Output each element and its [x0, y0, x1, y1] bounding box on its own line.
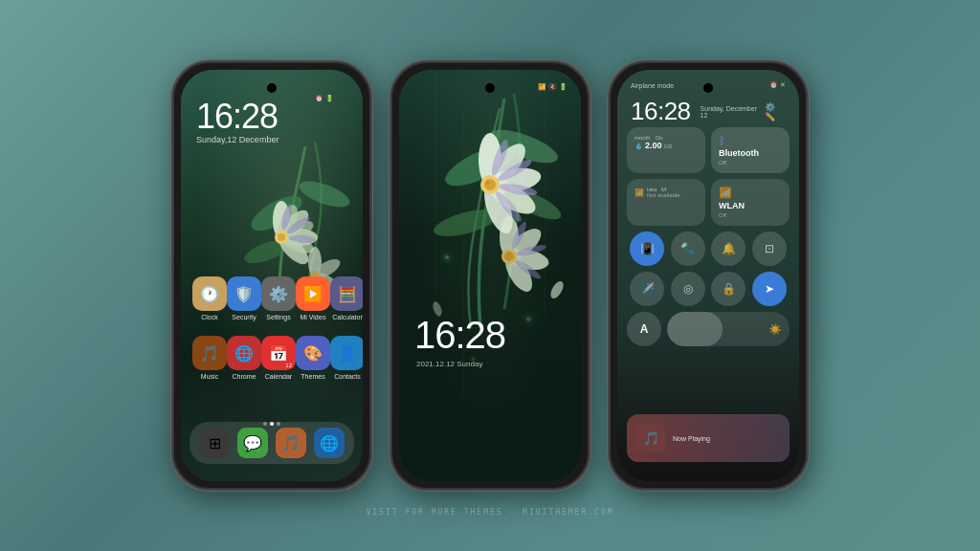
signal-icon: 📶 — [635, 188, 644, 197]
cast-button[interactable]: ⊡ — [752, 231, 787, 266]
dock-messages[interactable]: 💬 — [237, 428, 268, 458]
svg-point-44 — [548, 279, 567, 300]
ctrl-bottom-row: A ☀️ — [627, 312, 790, 346]
dock-browser[interactable]: 🌐 — [314, 428, 345, 458]
data-icon: 💧 — [635, 143, 643, 150]
lock-button[interactable]: 🔒 — [711, 272, 746, 306]
lock-date: 2021.12.12 Sunday — [416, 360, 482, 368]
ctrl-buttons-row-1: 📳 🔦 🔔 ⊡ — [627, 231, 790, 266]
data-tile[interactable]: month On 💧 2.00 GB — [627, 127, 705, 173]
wifi-icon: 📶 — [719, 187, 732, 199]
app-mi-video[interactable]: ▶️ Mi Video — [296, 276, 330, 320]
lock-time: 16:28 — [414, 314, 505, 357]
lock-screen: 📶 🔇 🔋 16:28 2021.12.12 Sunday — [399, 70, 581, 481]
phone-left: ⏰ 🔋 16:28 Sunday,12 December 🕐 Clock 🛡️ … — [171, 60, 372, 491]
mobile-tile[interactable]: 📶 tata M Not available — [627, 179, 705, 226]
dock: ⊞ 💬 🎵 🌐 — [189, 422, 354, 464]
airplane-button[interactable]: ✈️ — [630, 272, 664, 306]
app-themes[interactable]: 🎨 Themes — [296, 336, 330, 380]
ctrl-tiles: month On 💧 2.00 GB ᛒ — [627, 127, 790, 352]
app-row-1: 🕐 Clock 🛡️ Security ⚙️ Settings ▶️ Mi Vi… — [192, 276, 351, 320]
app-grid: 🕐 Clock 🛡️ Security ⚙️ Settings ▶️ Mi Vi… — [181, 276, 363, 395]
song-info: Now Playing — [673, 435, 780, 442]
airplane-label: Airplane mode — [631, 82, 674, 89]
bell-button[interactable]: 🔔 — [711, 231, 746, 266]
data-value: 2.00 — [645, 141, 662, 150]
svg-point-33 — [484, 179, 496, 190]
ctrl-right-icons: ⚙️ ✏️ — [765, 102, 786, 121]
vibrate-button[interactable]: 📳 — [630, 231, 664, 266]
app-calendar[interactable]: 📅 12 Calendar — [261, 336, 296, 380]
wlan-label: WLAN — [719, 201, 782, 210]
wlan-status: Off — [719, 212, 782, 218]
auto-rotate-button[interactable]: ◎ — [671, 272, 705, 306]
status-icons: ⏰ 🔋 — [315, 95, 334, 102]
ctrl-date: Sunday, December 12 — [701, 105, 760, 119]
camera-punch-hole — [267, 83, 277, 93]
bluetooth-status: Off — [719, 160, 782, 165]
assistant-button[interactable]: A — [627, 312, 661, 346]
music-player[interactable]: 🎵 Now Playing — [627, 414, 790, 462]
camera-punch-hole-center — [485, 83, 495, 93]
app-row-2: 🎵 Music 🌐 Chrome 📅 12 Calendar — [192, 336, 351, 380]
data-unit: GB — [664, 143, 673, 149]
svg-point-1 — [296, 176, 352, 212]
bluetooth-tile[interactable]: ᛒ Bluetooth Off — [711, 127, 790, 173]
ctrl-row-2: 📶 tata M Not available 📶 WLAN Off — [627, 179, 790, 226]
app-security[interactable]: 🛡️ Security — [227, 276, 261, 320]
phone-right: Airplane mode ⏰ ✕ 16:28 Sunday, December… — [608, 60, 809, 491]
app-chrome[interactable]: 🌐 Chrome — [227, 336, 261, 380]
app-music[interactable]: 🎵 Music — [192, 336, 227, 380]
home-screen: ⏰ 🔋 16:28 Sunday,12 December 🕐 Clock 🛡️ … — [181, 70, 363, 481]
phone-center: 📶 🔇 🔋 16:28 2021.12.12 Sunday — [390, 60, 590, 491]
ctrl-time-row: 16:28 Sunday, December 12 ⚙️ ✏️ — [631, 97, 786, 126]
lock-status-bar: 📶 🔇 🔋 — [538, 83, 568, 91]
app-settings[interactable]: ⚙️ Settings — [261, 276, 296, 320]
home-date: Sunday,12 December — [196, 135, 278, 144]
album-art: 🎵 — [636, 424, 665, 452]
dock-app-grid[interactable]: ⊞ — [199, 428, 230, 458]
ctrl-status-icons: ⏰ ✕ — [769, 81, 786, 89]
wlan-tile[interactable]: 📶 WLAN Off — [711, 179, 790, 226]
ctrl-buttons-row-2: ✈️ ◎ 🔒 ➤ — [627, 272, 790, 306]
sun-icon: ☀️ — [768, 323, 782, 336]
watermark: VISIT FOR MORE THEMES - MIUITHEMER.COM — [366, 508, 613, 517]
dock-music[interactable]: 🎵 — [276, 428, 306, 458]
app-clock[interactable]: 🕐 Clock — [192, 276, 227, 320]
bluetooth-icon: ᛒ — [719, 135, 725, 146]
svg-point-43 — [504, 252, 514, 261]
app-contacts[interactable]: 👤 Contacts — [330, 336, 363, 380]
ctrl-time: 16:28 — [631, 97, 691, 126]
brightness-slider[interactable]: ☀️ — [667, 312, 790, 346]
control-center: Airplane mode ⏰ ✕ 16:28 Sunday, December… — [617, 70, 799, 481]
brightness-fill — [667, 312, 723, 346]
home-time: 16:28 — [196, 97, 278, 137]
mobile-label-sub: Not available — [647, 192, 680, 198]
location-button[interactable]: ➤ — [752, 272, 787, 306]
camera-punch-hole-right — [703, 83, 713, 93]
ctrl-row-1: month On 💧 2.00 GB ᛒ — [627, 127, 790, 173]
bluetooth-label: Bluetooth — [719, 148, 782, 158]
svg-point-34 — [486, 181, 490, 185]
svg-point-14 — [278, 233, 285, 241]
app-calculator[interactable]: 🧮 Calculator — [330, 276, 363, 320]
flashlight-button[interactable]: 🔦 — [671, 231, 705, 266]
song-title: Now Playing — [673, 435, 780, 442]
